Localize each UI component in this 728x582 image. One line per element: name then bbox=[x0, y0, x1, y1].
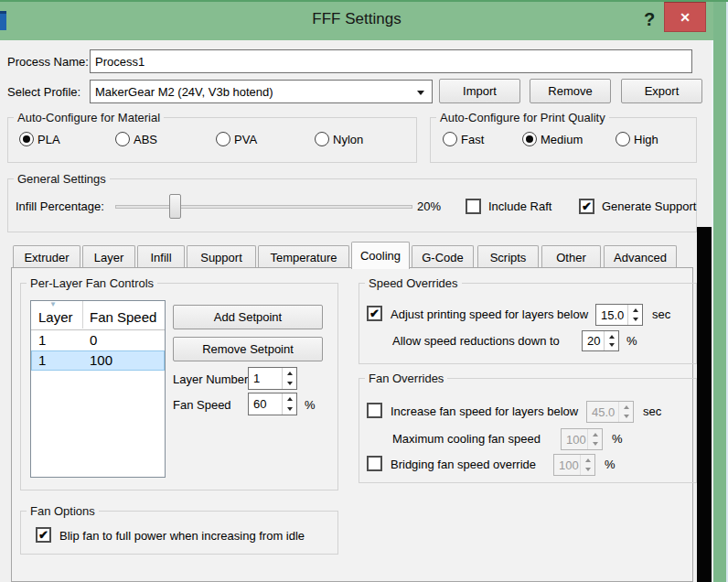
column-header-fan-speed[interactable]: Fan Speed bbox=[90, 309, 156, 325]
adjust-speed-label: Adjust printing speed for layers below bbox=[391, 307, 588, 321]
fan-speed-spinner[interactable]: 60 bbox=[248, 393, 297, 415]
fan-options-groupbox: Fan Options ✔ Blip fan to full power whe… bbox=[20, 511, 338, 555]
process-name-value: Process1 bbox=[95, 55, 145, 69]
spinner-down-icon[interactable] bbox=[283, 404, 296, 415]
bridging-fan-value: 100 bbox=[554, 455, 580, 475]
remove-button[interactable]: Remove bbox=[530, 79, 611, 103]
remove-setpoint-button[interactable]: Remove Setpoint bbox=[173, 337, 323, 361]
adjust-speed-value: 15.0 bbox=[596, 305, 627, 325]
import-button[interactable]: Import bbox=[439, 79, 520, 103]
infill-percentage-value: 20% bbox=[417, 199, 441, 213]
close-icon: ✕ bbox=[680, 10, 691, 25]
radio-medium[interactable] bbox=[522, 132, 537, 146]
layer-number-label: Layer Number bbox=[173, 372, 248, 386]
radio-medium-label: Medium bbox=[541, 133, 583, 146]
process-name-label: Process Name: bbox=[7, 55, 89, 69]
background-window-border bbox=[713, 0, 726, 582]
max-cooling-value: 100 bbox=[562, 429, 587, 449]
increase-fan-label: Increase fan speed for layers below bbox=[391, 404, 578, 418]
spinner-down-icon bbox=[619, 412, 633, 422]
tab-infill[interactable]: Infill bbox=[137, 245, 185, 268]
tab-gcode[interactable]: G-Code bbox=[412, 245, 474, 268]
cell-fan-speed: 100 bbox=[90, 352, 112, 368]
radio-pla-label: PLA bbox=[37, 133, 60, 146]
spinner-down-icon[interactable] bbox=[283, 379, 296, 390]
cell-layer: 1 bbox=[38, 332, 46, 348]
spinner-up-icon[interactable] bbox=[283, 393, 296, 404]
tab-extruder[interactable]: Extruder bbox=[13, 245, 80, 268]
tab-layer[interactable]: Layer bbox=[82, 245, 135, 268]
radio-nylon-label: Nylon bbox=[333, 133, 363, 146]
increase-fan-value: 45.0 bbox=[587, 402, 618, 422]
title-bar[interactable]: FFF Settings ? ✕ bbox=[0, 0, 713, 40]
cell-fan-speed: 0 bbox=[90, 332, 97, 348]
spinner-down-icon[interactable] bbox=[628, 315, 642, 325]
tab-advanced[interactable]: Advanced bbox=[604, 245, 677, 268]
background-window-edge bbox=[712, 40, 713, 582]
bridging-fan-checkbox[interactable] bbox=[367, 456, 382, 471]
tab-temperature[interactable]: Temperature bbox=[258, 245, 349, 268]
column-header-layer[interactable]: Layer bbox=[38, 309, 73, 325]
layer-number-value: 1 bbox=[249, 368, 282, 389]
fff-settings-dialog: FFF Settings ? ✕ Process Name: Process1 … bbox=[0, 0, 728, 582]
radio-pva-label: PVA bbox=[234, 133, 257, 146]
check-icon: ✔ bbox=[369, 307, 380, 319]
profile-value: MakerGear M2 (24V, V3b hotend) bbox=[95, 85, 273, 99]
spinner-up-icon[interactable] bbox=[628, 305, 642, 315]
infill-slider-track[interactable] bbox=[115, 205, 412, 209]
material-group-title: Auto-Configure for Material bbox=[14, 111, 164, 124]
add-setpoint-button[interactable]: Add Setpoint bbox=[173, 305, 323, 329]
spinner-up-icon bbox=[619, 402, 633, 412]
max-cooling-label: Maximum cooling fan speed bbox=[392, 432, 541, 446]
process-name-input[interactable]: Process1 bbox=[90, 49, 692, 73]
table-row-selected[interactable]: 1 100 bbox=[31, 350, 165, 371]
fan-setpoint-table-header[interactable]: ▼ Layer Fan Speed bbox=[31, 301, 165, 330]
select-profile-label: Select Profile: bbox=[7, 85, 80, 99]
radio-fast[interactable] bbox=[443, 132, 457, 146]
tab-other[interactable]: Other bbox=[541, 245, 601, 268]
include-raft-checkbox[interactable] bbox=[466, 199, 481, 214]
fan-speed-label: Fan Speed bbox=[173, 398, 231, 412]
blip-fan-checkbox[interactable]: ✔ bbox=[36, 527, 51, 543]
generate-support-checkbox[interactable]: ✔ bbox=[579, 199, 594, 214]
table-row[interactable]: 1 0 bbox=[31, 330, 165, 350]
radio-fast-label: Fast bbox=[461, 133, 484, 146]
fan-options-title: Fan Options bbox=[27, 504, 99, 518]
spinner-up-icon[interactable] bbox=[283, 368, 296, 379]
radio-abs[interactable] bbox=[115, 132, 130, 146]
allow-reductions-spinner[interactable]: 20 bbox=[582, 330, 619, 351]
increase-fan-spinner: 45.0 bbox=[586, 401, 634, 423]
spinner-down-icon[interactable] bbox=[605, 341, 618, 351]
radio-high[interactable] bbox=[616, 132, 630, 146]
chevron-down-icon bbox=[417, 91, 424, 99]
infill-slider-handle[interactable] bbox=[169, 194, 181, 219]
check-icon: ✔ bbox=[582, 200, 592, 212]
adjust-speed-spinner[interactable]: 15.0 bbox=[595, 304, 643, 326]
radio-high-label: High bbox=[634, 133, 658, 146]
spinner-up-icon bbox=[581, 455, 594, 465]
general-settings-title: General Settings bbox=[14, 172, 110, 186]
increase-fan-checkbox[interactable] bbox=[367, 403, 382, 418]
radio-nylon[interactable] bbox=[315, 132, 329, 146]
window-title: FFF Settings bbox=[0, 10, 713, 28]
tab-cooling[interactable]: Cooling bbox=[351, 242, 410, 269]
radio-pva[interactable] bbox=[216, 132, 230, 146]
spinner-down-icon bbox=[581, 465, 594, 475]
quality-group-title: Auto-Configure for Print Quality bbox=[436, 111, 609, 124]
profile-dropdown[interactable]: MakerGear M2 (24V, V3b hotend) bbox=[90, 80, 433, 103]
per-layer-fan-groupbox: Per-Layer Fan Controls ▼ Layer Fan Speed… bbox=[20, 283, 338, 490]
layer-number-spinner[interactable]: 1 bbox=[248, 367, 297, 390]
general-settings-groupbox: General Settings Infill Percentage: 20% … bbox=[7, 178, 697, 232]
check-icon: ✔ bbox=[38, 529, 48, 541]
spinner-up-icon[interactable] bbox=[605, 331, 618, 341]
close-button[interactable]: ✕ bbox=[664, 2, 706, 32]
spinner-up-icon bbox=[588, 429, 602, 439]
tab-support[interactable]: Support bbox=[187, 245, 256, 268]
help-button[interactable]: ? bbox=[638, 5, 660, 33]
fan-setpoint-table[interactable]: ▼ Layer Fan Speed 1 0 1 100 bbox=[30, 300, 166, 478]
infill-percentage-label: Infill Percentage: bbox=[16, 199, 104, 213]
export-button[interactable]: Export bbox=[621, 79, 702, 103]
radio-pla[interactable] bbox=[19, 132, 34, 146]
adjust-speed-checkbox[interactable]: ✔ bbox=[367, 306, 382, 321]
tab-scripts[interactable]: Scripts bbox=[477, 245, 539, 268]
